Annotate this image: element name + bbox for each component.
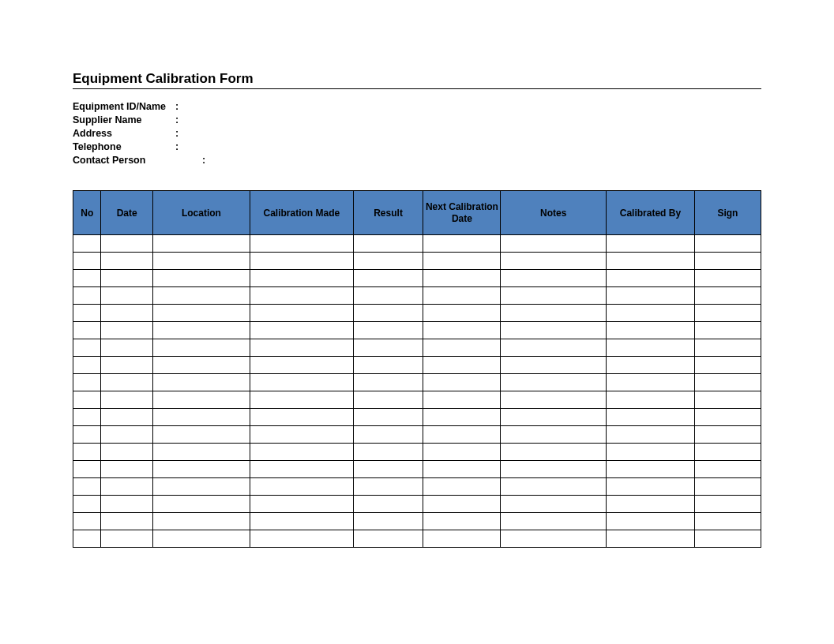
table-row — [73, 287, 761, 305]
table-cell — [423, 270, 501, 287]
table-cell — [73, 287, 101, 305]
table-cell — [73, 339, 101, 357]
table-row — [73, 513, 761, 530]
table-cell — [101, 409, 152, 426]
table-cell — [694, 357, 761, 374]
table-cell — [101, 357, 152, 374]
table-cell — [353, 461, 423, 478]
table-cell — [101, 426, 152, 444]
col-result: Result — [353, 191, 423, 235]
table-cell — [353, 513, 423, 530]
table-cell — [73, 513, 101, 530]
table-cell — [101, 339, 152, 357]
table-cell — [73, 496, 101, 513]
meta-colon: : — [202, 154, 205, 167]
table-cell — [73, 253, 101, 270]
table-cell — [501, 461, 606, 478]
table-cell — [694, 322, 761, 339]
table-cell — [501, 409, 606, 426]
table-cell — [423, 513, 501, 530]
table-cell — [694, 478, 761, 496]
table-cell — [606, 270, 694, 287]
table-row — [73, 478, 761, 496]
table-body — [73, 235, 761, 548]
table-cell — [73, 461, 101, 478]
table-cell — [250, 305, 354, 322]
table-cell — [501, 478, 606, 496]
meta-equipment-id: Equipment ID/Name : — [73, 100, 761, 114]
table-cell — [101, 391, 152, 409]
table-cell — [606, 253, 694, 270]
table-cell — [353, 287, 423, 305]
table-row — [73, 426, 761, 444]
table-cell — [423, 478, 501, 496]
table-cell — [353, 496, 423, 513]
table-cell — [152, 287, 250, 305]
table-cell — [250, 339, 354, 357]
table-row — [73, 391, 761, 409]
table-cell — [694, 287, 761, 305]
table-cell — [694, 253, 761, 270]
table-cell — [250, 513, 354, 530]
table-cell — [353, 409, 423, 426]
table-cell — [353, 426, 423, 444]
col-calibration-made: Calibration Made — [250, 191, 354, 235]
table-row — [73, 305, 761, 322]
table-cell — [353, 270, 423, 287]
meta-label: Contact Person — [73, 154, 202, 167]
meta-section: Equipment ID/Name : Supplier Name : Addr… — [73, 100, 761, 167]
table-cell — [250, 478, 354, 496]
table-cell — [423, 305, 501, 322]
table-cell — [606, 478, 694, 496]
table-cell — [501, 426, 606, 444]
table-cell — [152, 374, 250, 391]
meta-label: Equipment ID/Name — [73, 100, 175, 114]
table-cell — [501, 444, 606, 461]
table-cell — [423, 374, 501, 391]
table-cell — [101, 305, 152, 322]
table-cell — [101, 496, 152, 513]
table-cell — [423, 235, 501, 253]
form-title: Equipment Calibration Form — [73, 71, 761, 89]
table-row — [73, 322, 761, 339]
table-cell — [501, 357, 606, 374]
table-cell — [152, 235, 250, 253]
meta-telephone: Telephone : — [73, 140, 761, 154]
table-cell — [250, 287, 354, 305]
table-cell — [694, 513, 761, 530]
table-cell — [250, 253, 354, 270]
table-cell — [694, 270, 761, 287]
table-cell — [423, 253, 501, 270]
table-cell — [353, 374, 423, 391]
table-cell — [250, 444, 354, 461]
table-cell — [423, 391, 501, 409]
table-cell — [101, 513, 152, 530]
table-cell — [152, 357, 250, 374]
table-cell — [423, 287, 501, 305]
meta-supplier-name: Supplier Name : — [73, 114, 761, 127]
table-row — [73, 339, 761, 357]
meta-colon: : — [175, 100, 178, 114]
table-cell — [694, 496, 761, 513]
table-cell — [606, 391, 694, 409]
col-next-calibration-date: Next Calibration Date — [423, 191, 501, 235]
table-cell — [606, 409, 694, 426]
table-cell — [101, 374, 152, 391]
table-cell — [694, 235, 761, 253]
table-cell — [250, 322, 354, 339]
col-location: Location — [152, 191, 250, 235]
table-cell — [250, 391, 354, 409]
table-cell — [423, 444, 501, 461]
col-sign: Sign — [694, 191, 761, 235]
table-cell — [152, 339, 250, 357]
table-cell — [501, 287, 606, 305]
table-row — [73, 374, 761, 391]
table-cell — [353, 478, 423, 496]
table-cell — [501, 513, 606, 530]
table-cell — [501, 270, 606, 287]
meta-label: Telephone — [73, 140, 175, 154]
table-cell — [152, 496, 250, 513]
table-cell — [152, 461, 250, 478]
table-cell — [73, 357, 101, 374]
table-row — [73, 530, 761, 548]
